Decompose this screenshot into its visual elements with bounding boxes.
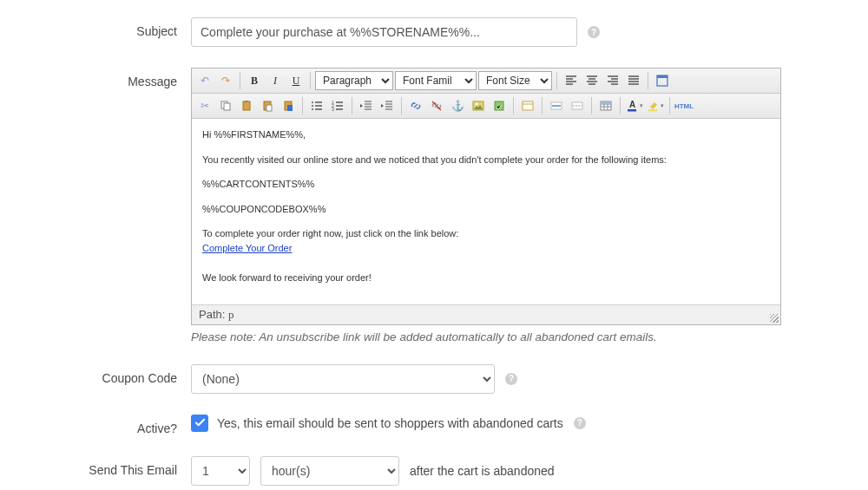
italic-icon[interactable]: I xyxy=(266,71,285,90)
editor-content[interactable]: Hi %%FIRSTNAME%%, You recently visited o… xyxy=(192,119,780,304)
svg-point-12 xyxy=(312,108,313,110)
separator xyxy=(352,97,352,114)
separator xyxy=(591,97,592,114)
help-icon[interactable]: ? xyxy=(505,373,517,385)
bold-icon[interactable]: B xyxy=(245,71,264,90)
paste-word-icon[interactable] xyxy=(279,96,298,115)
image-icon[interactable] xyxy=(469,96,488,115)
separator xyxy=(401,97,402,114)
align-center-icon[interactable] xyxy=(582,71,602,90)
svg-point-10 xyxy=(312,101,313,103)
svg-rect-5 xyxy=(245,101,248,102)
hr-icon[interactable] xyxy=(547,96,566,115)
svg-rect-28 xyxy=(648,109,657,112)
cut-icon[interactable]: ✂ xyxy=(195,96,214,115)
subject-label: Subject xyxy=(17,17,191,38)
active-checkbox[interactable] xyxy=(191,415,208,432)
align-justify-icon[interactable] xyxy=(624,71,643,90)
editor-toolbar-2: ✂ 123 ⚓ xyxy=(192,94,780,119)
separator xyxy=(556,72,557,89)
number-list-icon[interactable]: 123 xyxy=(328,96,347,115)
editor-path-bar: Path: p xyxy=(192,304,780,324)
send-after-text: after the cart is abandoned xyxy=(410,464,555,478)
help-icon[interactable]: ? xyxy=(588,26,600,38)
editor-toolbar-1: ↶ ↷ B I U Paragraph Font Famil Font Size xyxy=(192,69,780,94)
bg-color-icon[interactable]: ▾ xyxy=(646,96,665,115)
align-right-icon[interactable] xyxy=(603,71,622,90)
unlink-icon[interactable] xyxy=(427,96,446,115)
separator xyxy=(302,97,303,114)
text-color-icon[interactable]: A▾ xyxy=(625,96,644,115)
separator xyxy=(620,97,621,114)
underline-icon[interactable]: U xyxy=(286,71,306,90)
svg-rect-25 xyxy=(601,101,611,104)
coupon-select[interactable]: (None) xyxy=(191,364,495,394)
font-family-select[interactable]: Font Famil xyxy=(395,71,477,90)
svg-rect-7 xyxy=(266,105,272,111)
anchor-icon[interactable]: ⚓ xyxy=(448,96,467,115)
coupon-label: Coupon Code xyxy=(17,364,191,385)
font-size-select[interactable]: Font Size xyxy=(478,71,552,90)
svg-rect-1 xyxy=(657,75,667,78)
editor-line: You recently visited our online store an… xyxy=(202,153,770,167)
align-left-icon[interactable] xyxy=(562,71,581,90)
fullscreen-icon[interactable] xyxy=(653,71,672,90)
file-icon[interactable] xyxy=(490,96,509,115)
svg-point-17 xyxy=(476,103,478,106)
editor-line: Hi %%FIRSTNAME%%, xyxy=(202,127,770,142)
paste-text-icon[interactable] xyxy=(258,96,277,115)
subject-input[interactable] xyxy=(191,17,577,47)
editor-line: We look forward to receiving your order! xyxy=(202,271,770,285)
editor-line: %%COUPONCODEBOX%% xyxy=(202,202,770,217)
rich-text-editor: ↶ ↷ B I U Paragraph Font Famil Font Size xyxy=(191,68,781,325)
svg-text:3: 3 xyxy=(332,107,334,112)
separator xyxy=(513,97,514,114)
outdent-icon[interactable] xyxy=(357,96,376,115)
send-number-select[interactable]: 1 xyxy=(191,456,250,486)
separator xyxy=(542,97,542,114)
editor-line: %%CARTCONTENTS%% xyxy=(202,177,770,192)
svg-rect-3 xyxy=(224,103,230,110)
undo-icon[interactable]: ↶ xyxy=(195,71,214,90)
resize-handle-icon[interactable] xyxy=(770,314,779,323)
editor-line: To complete your order right now, just c… xyxy=(202,226,770,255)
svg-rect-19 xyxy=(523,101,533,110)
indent-icon[interactable] xyxy=(378,96,397,115)
svg-rect-27 xyxy=(628,109,636,112)
svg-rect-9 xyxy=(287,105,293,111)
help-icon[interactable]: ? xyxy=(574,417,586,429)
active-text: Yes, this email should be sent to shoppe… xyxy=(217,416,563,430)
special-char-icon[interactable] xyxy=(568,96,587,115)
separator xyxy=(240,72,240,89)
svg-rect-4 xyxy=(243,101,250,110)
insert-template-icon[interactable] xyxy=(518,96,537,115)
svg-text:A: A xyxy=(629,100,635,109)
send-label: Send This Email xyxy=(17,456,191,477)
svg-point-11 xyxy=(312,105,313,107)
complete-order-link[interactable]: Complete Your Order xyxy=(202,243,292,253)
html-source-icon[interactable]: HTML xyxy=(674,96,694,115)
paste-icon[interactable] xyxy=(237,96,256,115)
separator xyxy=(648,72,648,89)
separator xyxy=(310,72,311,89)
copy-icon[interactable] xyxy=(216,96,235,115)
redo-icon[interactable]: ↷ xyxy=(216,71,235,90)
active-label: Active? xyxy=(17,415,191,435)
send-unit-select[interactable]: hour(s) xyxy=(260,456,399,486)
format-select[interactable]: Paragraph xyxy=(315,71,393,90)
editor-note: Please note: An unsubscribe link will be… xyxy=(191,330,781,343)
link-icon[interactable] xyxy=(406,96,425,115)
table-icon[interactable] xyxy=(596,96,615,115)
bullet-list-icon[interactable] xyxy=(307,96,326,115)
separator xyxy=(669,97,670,114)
message-label: Message xyxy=(17,68,191,88)
